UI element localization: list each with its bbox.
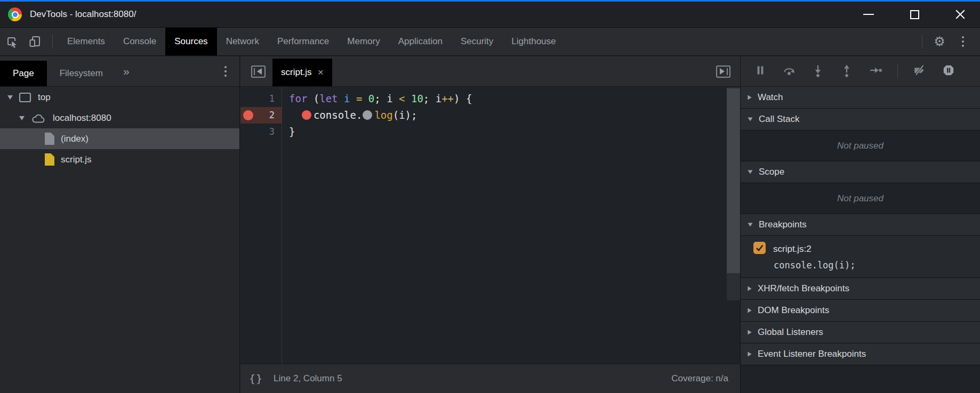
panel-tabs: ElementsConsoleSourcesNetworkPerformance…	[58, 28, 565, 55]
coverage-status: Coverage: n/a	[671, 373, 728, 384]
settings-button[interactable]: ⚙	[928, 28, 951, 55]
inline-breakpoint-active-icon[interactable]	[302, 110, 311, 120]
breakpoint-marker-icon[interactable]	[243, 110, 253, 120]
step-over-button[interactable]	[782, 64, 796, 78]
section-arrow-icon	[748, 117, 753, 121]
tab-console[interactable]: Console	[114, 28, 165, 55]
close-button[interactable]	[948, 6, 973, 23]
tab-sources[interactable]: Sources	[165, 28, 216, 55]
cursor-position: Line 2, Column 5	[274, 373, 342, 384]
more-options-button[interactable]	[951, 28, 975, 55]
show-debugger-button[interactable]	[716, 66, 730, 78]
editor-scrollbar[interactable]	[727, 87, 740, 300]
gear-icon: ⚙	[934, 35, 945, 48]
section-header-event-listener-breakpoints[interactable]: Event Listener Breakpoints	[741, 343, 980, 365]
collapse-left-icon	[257, 68, 262, 75]
step-button[interactable]	[869, 64, 882, 78]
tab-performance[interactable]: Performance	[268, 28, 338, 55]
code-token	[405, 93, 411, 104]
code-token: ; i	[374, 93, 399, 104]
code-token: (	[307, 93, 319, 104]
hide-navigator-button[interactable]	[251, 66, 266, 78]
debugger-sections: WatchCall StackNot pausedScopeNot paused…	[741, 87, 980, 365]
editor-tab-scriptjs[interactable]: script.js ×	[272, 59, 332, 86]
code-token: i	[344, 93, 350, 104]
code-token: ++	[441, 93, 454, 104]
device-toolbar-button[interactable]	[23, 28, 47, 55]
paused-status-message: Not paused	[741, 130, 980, 161]
section-header-scope[interactable]: Scope	[741, 161, 980, 183]
tree-item-label: localhost:8080	[53, 113, 111, 124]
code-line-2[interactable]: console.log(i);	[289, 107, 726, 124]
deactivate-breakpoints-button[interactable]	[913, 64, 927, 78]
tree-item-script-js[interactable]: script.js	[0, 149, 239, 170]
toolbar-separator	[52, 35, 53, 48]
step-icon	[869, 63, 882, 79]
tab-network[interactable]: Network	[217, 28, 268, 55]
section-header-xhr-fetch-breakpoints[interactable]: XHR/fetch Breakpoints	[741, 278, 980, 300]
section-title: Call Stack	[759, 114, 800, 125]
inspect-element-button[interactable]	[0, 28, 23, 55]
code-token	[338, 93, 344, 104]
pretty-print-button[interactable]: {}	[249, 372, 263, 385]
tree-item-label: top	[38, 92, 51, 103]
inline-breakpoint-candidate-icon[interactable]	[363, 110, 372, 120]
line-number-1[interactable]: 1	[240, 91, 282, 107]
main-toolbar: ElementsConsoleSourcesNetworkPerformance…	[0, 28, 980, 56]
tab-memory[interactable]: Memory	[338, 28, 389, 55]
section-header-dom-breakpoints[interactable]: DOM Breakpoints	[741, 300, 980, 322]
code-line-3[interactable]: }	[289, 124, 726, 140]
code-token: 10	[411, 93, 423, 104]
navigator-more-button[interactable]	[224, 66, 227, 77]
frame-icon	[19, 92, 31, 103]
debugger-toolbar-separator	[897, 64, 898, 79]
step-into-button[interactable]	[811, 64, 825, 78]
line-number-3[interactable]: 3	[240, 124, 282, 140]
tree-item-localhost-8080[interactable]: localhost:8080	[0, 108, 239, 128]
tree-expand-arrow-icon[interactable]	[7, 95, 13, 100]
line-number-2[interactable]: 2	[240, 107, 282, 124]
minimize-button[interactable]	[856, 6, 881, 23]
tree-expand-arrow-icon[interactable]	[19, 116, 25, 120]
devtools-window: DevTools - localhost:8080/ ElementsConso…	[0, 0, 980, 393]
navigator-tab-page[interactable]: Page	[0, 61, 47, 86]
debugger-pane: WatchCall StackNot pausedScopeNot paused…	[740, 56, 980, 393]
deactivate-breakpoints-icon	[913, 63, 927, 79]
code-token: }	[289, 126, 295, 137]
breakpoint-entry[interactable]: script.js:2console.log(i);	[741, 236, 980, 278]
step-out-icon	[840, 63, 854, 79]
section-header-watch[interactable]: Watch	[741, 87, 980, 109]
section-header-global-listeners[interactable]: Global Listeners	[741, 322, 980, 343]
code-line-1[interactable]: for (let i = 0; i < 10; i++) {	[289, 91, 726, 107]
editor-tab-label: script.js	[281, 67, 312, 78]
breakpoint-code-snippet: console.log(i);	[774, 260, 980, 271]
tab-lighthouse[interactable]: Lighthouse	[502, 28, 565, 55]
tree-item-top[interactable]: top	[0, 87, 239, 108]
tab-security[interactable]: Security	[452, 28, 502, 55]
section-header-breakpoints[interactable]: Breakpoints	[741, 214, 980, 236]
pause-icon	[753, 63, 767, 79]
tab-elements[interactable]: Elements	[58, 28, 114, 55]
code-editor[interactable]: 123 for (let i = 0; i < 10; i++) { conso…	[240, 87, 740, 364]
editor-status-bar: {} Line 2, Column 5 Coverage: n/a	[240, 364, 740, 393]
tab-application[interactable]: Application	[389, 28, 452, 55]
more-tabs-icon[interactable]: »	[123, 65, 130, 78]
code-token: (i);	[393, 109, 417, 121]
section-header-call-stack[interactable]: Call Stack	[741, 109, 980, 130]
tree-item-index[interactable]: (index)	[0, 128, 239, 149]
tab-close-icon[interactable]: ×	[318, 67, 324, 78]
toolbar-separator	[922, 35, 922, 48]
navigator-pane: PageFilesystem » toplocalhost:8080(index…	[0, 56, 240, 393]
window-title: DevTools - localhost:8080/	[30, 9, 136, 20]
pause-on-exceptions-button[interactable]	[942, 64, 955, 78]
section-title: Breakpoints	[759, 219, 807, 230]
code-lines: for (let i = 0; i < 10; i++) { console.l…	[283, 87, 726, 364]
step-out-button[interactable]	[840, 64, 854, 78]
section-title: Event Listener Breakpoints	[758, 349, 866, 359]
navigator-tab-filesystem[interactable]: Filesystem	[47, 61, 116, 86]
code-token: ) {	[454, 93, 472, 104]
scrollbar-thumb[interactable]	[727, 88, 740, 273]
maximize-button[interactable]	[902, 6, 927, 23]
pause-button[interactable]	[753, 64, 767, 78]
breakpoint-checkbox[interactable]	[753, 242, 766, 256]
